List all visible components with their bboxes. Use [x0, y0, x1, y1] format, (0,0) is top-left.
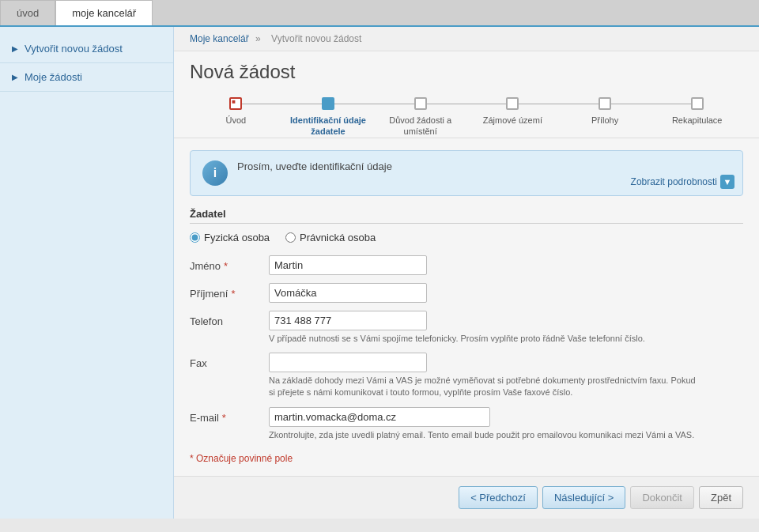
wizard-step-4[interactable]: Přílohy — [559, 97, 651, 126]
field-telefon: V případě nutnosti se s Vámi spojíme tel… — [269, 311, 743, 345]
step-label-4: Přílohy — [559, 115, 651, 126]
bottom-bar: < Předchozí Následující > Dokončit Zpět — [174, 476, 759, 519]
step-label-3: Zájmové území — [466, 115, 559, 126]
form-row-email: E-mail* Zkontrolujte, zda jste uvedli pl… — [190, 407, 743, 441]
sidebar-item-label-zadosti: Moje žádosti — [25, 71, 82, 83]
label-jmeno: Jméno* — [190, 255, 269, 272]
input-email[interactable] — [269, 407, 490, 427]
input-jmeno[interactable] — [269, 255, 427, 275]
step-circle-1 — [322, 97, 334, 110]
radio-fyzicka-osoba[interactable]: Fyzická osoba — [190, 232, 270, 243]
form-row-jmeno: Jméno* — [190, 255, 743, 275]
back-button[interactable]: Zpět — [699, 486, 743, 509]
hint-fax: Na základě dohody mezi Vámi a VAS je mož… — [269, 375, 704, 399]
radio-pravnicka-label: Právnická osoba — [300, 232, 376, 243]
step-label-1: Identifikační údaje žadatele — [282, 115, 375, 138]
wizard-step-3[interactable]: Zájmové území — [466, 97, 559, 126]
step-circle-5 — [691, 97, 704, 110]
field-jmeno — [269, 255, 743, 275]
prev-button[interactable]: < Předchozí — [459, 486, 538, 509]
step-circle-3 — [506, 97, 519, 110]
tab-moje-kancelar[interactable]: moje kancelář — [55, 0, 153, 25]
sidebar-item-vytvorit[interactable]: ▶ Vytvořit novou žádost — [0, 35, 173, 63]
step-label-5: Rekapitulace — [651, 115, 743, 126]
input-fax[interactable] — [269, 353, 427, 372]
show-details-arrow-icon: ▼ — [720, 175, 734, 189]
hint-telefon: V případě nutnosti se s Vámi spojíme tel… — [269, 333, 704, 345]
wizard-steps: Úvod Identifikační údaje žadatele Důvod … — [174, 89, 759, 138]
section-heading-zadatel: Žadatel — [190, 208, 743, 224]
form-row-prijmeni: Příjmení* — [190, 283, 743, 303]
main-layout: ▶ Vytvořit novou žádost ▶ Moje žádosti M… — [0, 27, 759, 519]
required-jmeno: * — [224, 260, 228, 272]
label-telefon: Telefon — [190, 311, 269, 327]
required-prijmeni: * — [231, 288, 235, 300]
next-button[interactable]: Následující > — [542, 486, 626, 509]
tab-uvod[interactable]: úvod — [0, 0, 55, 25]
form-row-fax: Fax Na základě dohody mezi Vámi a VAS je… — [190, 353, 743, 399]
breadcrumb-current: Vytvořit novou žádost — [271, 33, 361, 44]
step-circle-4 — [599, 97, 611, 110]
page-title: Nová žádost — [174, 51, 759, 89]
radio-group-person-type: Fyzická osoba Právnická osoba — [190, 232, 743, 243]
field-fax: Na základě dohody mezi Vámi a VAS je mož… — [269, 353, 743, 399]
wizard-step-0[interactable]: Úvod — [190, 97, 282, 126]
wizard-step-2[interactable]: Důvod žádosti a umístění — [374, 97, 466, 138]
breadcrumb-separator: » — [255, 33, 261, 44]
form-area: i Prosím, uveďte identifikační údaje Zob… — [174, 138, 759, 477]
step-label-2: Důvod žádosti a umístění — [374, 115, 466, 138]
arrow-icon: ▶ — [12, 44, 18, 53]
required-note: * Označuje povinné pole — [190, 453, 743, 464]
input-prijmeni[interactable] — [269, 283, 427, 303]
sidebar-item-moje-zadosti[interactable]: ▶ Moje žádosti — [0, 63, 173, 92]
content-area: Moje kancelář » Vytvořit novou žádost No… — [174, 27, 759, 519]
label-fax: Fax — [190, 353, 269, 369]
top-tabs: úvod moje kancelář — [0, 0, 759, 27]
show-details-label: Zobrazit podrobnosti — [631, 176, 717, 187]
label-prijmeni: Příjmení* — [190, 283, 269, 300]
show-details-button[interactable]: Zobrazit podrobnosti ▼ — [631, 175, 734, 189]
finish-button: Dokončit — [630, 486, 694, 509]
step-circle-2 — [414, 97, 427, 110]
info-box: i Prosím, uveďte identifikační údaje Zob… — [190, 150, 743, 196]
form-row-telefon: Telefon V případě nutnosti se s Vámi spo… — [190, 311, 743, 345]
field-prijmeni — [269, 283, 743, 303]
label-email: E-mail* — [190, 407, 269, 424]
field-email: Zkontrolujte, zda jste uvedli platný ema… — [269, 407, 743, 441]
arrow-icon-2: ▶ — [12, 73, 18, 81]
sidebar-item-label-vytvorit: Vytvořit novou žádost — [25, 43, 123, 55]
step-label-0: Úvod — [190, 115, 282, 126]
info-icon: i — [202, 160, 228, 186]
input-telefon[interactable] — [269, 311, 427, 330]
step-circle-0 — [229, 97, 242, 110]
wizard-step-5[interactable]: Rekapitulace — [651, 97, 743, 126]
breadcrumb-home[interactable]: Moje kancelář — [190, 33, 249, 44]
radio-pravnicka-osoba[interactable]: Právnická osoba — [285, 232, 376, 243]
sidebar: ▶ Vytvořit novou žádost ▶ Moje žádosti — [0, 27, 174, 519]
wizard-step-1[interactable]: Identifikační údaje žadatele — [282, 97, 375, 138]
radio-pravnicka-input[interactable] — [285, 232, 296, 243]
radio-fyzicka-input[interactable] — [190, 232, 200, 243]
radio-fyzicka-label: Fyzická osoba — [204, 232, 270, 243]
info-text: Prosím, uveďte identifikační údaje — [237, 160, 731, 172]
hint-email: Zkontrolujte, zda jste uvedli platný ema… — [269, 429, 704, 441]
required-email: * — [222, 412, 226, 424]
breadcrumb: Moje kancelář » Vytvořit novou žádost — [174, 27, 759, 51]
